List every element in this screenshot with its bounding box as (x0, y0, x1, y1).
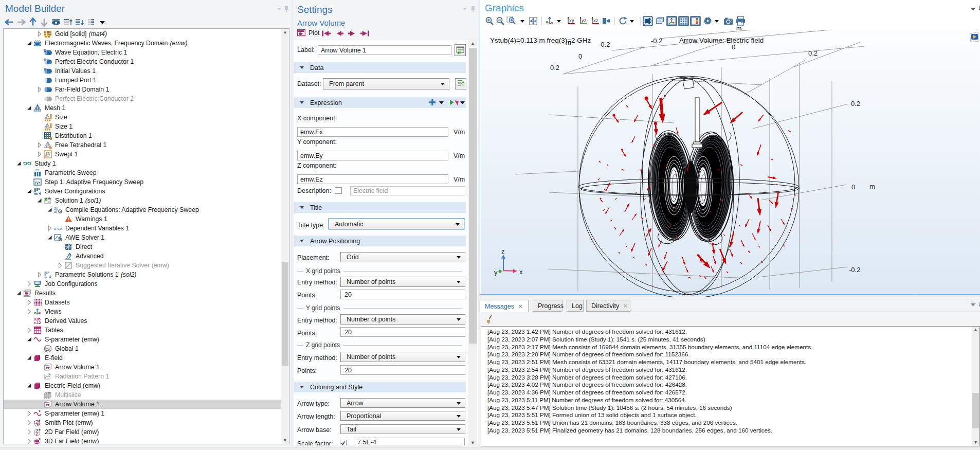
svg-text:z: z (501, 247, 505, 255)
svg-text:0.2: 0.2 (808, 49, 818, 57)
svg-text:at: at (54, 210, 57, 213)
svg-text:D: D (44, 58, 46, 62)
svg-text:-0.2: -0.2 (651, 37, 662, 45)
svg-text:-0.2: -0.2 (849, 266, 860, 274)
svg-text:D: D (44, 49, 46, 52)
svg-text:y: y (494, 268, 498, 276)
svg-text:0: 0 (851, 183, 855, 191)
svg-text:x: x (519, 268, 523, 276)
svg-text:yz: yz (582, 17, 587, 23)
svg-text:m: m (566, 39, 571, 47)
svg-text:8.85: 8.85 (34, 317, 41, 321)
svg-text:xz: xz (593, 17, 598, 23)
svg-text:0: 0 (578, 52, 582, 60)
svg-text:u,v,w: u,v,w (54, 226, 62, 231)
svg-text:0: 0 (732, 43, 735, 51)
svg-text:e-12: e-12 (34, 321, 41, 325)
svg-text:Ystub(4)=0.113 m freq(3)=2 GHz: Ystub(4)=0.113 m freq(3)=2 GHz (490, 37, 591, 44)
svg-text:Arrow Volume: Electric field: Arrow Volume: Electric field (679, 37, 764, 44)
svg-text:xy: xy (569, 17, 574, 23)
svg-text:m: m (869, 183, 875, 190)
svg-text:0.2: 0.2 (851, 100, 860, 107)
svg-text:au: au (54, 206, 58, 210)
svg-text:123: 123 (34, 169, 39, 172)
svg-text:0.2: 0.2 (550, 64, 559, 71)
svg-text:D: D (44, 67, 46, 71)
svg-text:-0.2: -0.2 (598, 41, 610, 48)
